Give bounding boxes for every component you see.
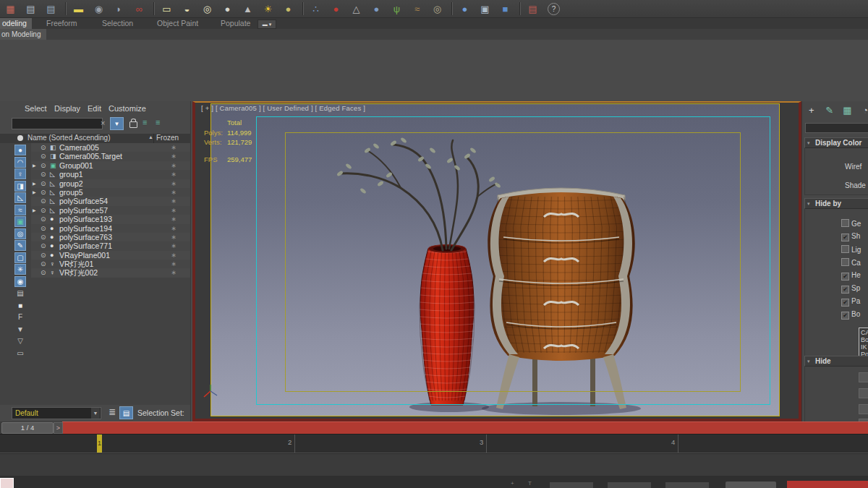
object-name[interactable]: VR灯光01 [59, 260, 93, 268]
named-selection-sets-icon[interactable]: ▤ [119, 406, 133, 419]
frozen-column-header[interactable]: Frozen [156, 134, 179, 142]
category-checkbox-ge[interactable]: Ge [841, 219, 861, 228]
frozen-toggle-icon[interactable]: ∗ [171, 224, 176, 233]
frozen-toggle-icon[interactable]: ∗ [171, 188, 176, 197]
helpers-filter-icon[interactable]: ◺ [14, 192, 26, 203]
trestle-icon[interactable]: △ [349, 1, 364, 17]
coordinate-field-z[interactable] [665, 482, 709, 488]
frozen-toggle-icon[interactable]: ∗ [171, 233, 176, 241]
red-pin-icon[interactable]: ● [328, 1, 344, 17]
list-item[interactable]: ⊙●VRayPlane001∗ [31, 251, 190, 260]
object-name[interactable]: Group001 [59, 161, 93, 170]
frozen-toggle-icon[interactable]: ∗ [171, 161, 176, 170]
menu-select[interactable]: Select [25, 104, 47, 113]
visibility-eye-icon[interactable]: ⊙ [41, 251, 46, 260]
geometry-filter-icon[interactable]: ● [14, 145, 26, 155]
shapes-filter-icon[interactable]: ◠ [14, 157, 26, 168]
object-name[interactable]: group5 [59, 188, 83, 197]
object-name[interactable]: polySurface54 [59, 197, 108, 205]
lights-filter-icon[interactable]: ♀ [14, 168, 26, 179]
motion-capture-camera-icon[interactable]: ◉ [91, 1, 106, 17]
checkbox-checked[interactable]: ✔ [841, 273, 849, 281]
visibility-eye-icon[interactable]: ⊙ [41, 260, 46, 268]
search-input[interactable] [12, 118, 103, 129]
maxscript-mini-listener[interactable] [0, 478, 14, 488]
next-frame-button[interactable]: > [54, 422, 63, 434]
visibility-eye-icon[interactable]: ⊙ [41, 179, 46, 188]
checkbox-unchecked[interactable] [841, 258, 849, 266]
list-view-filter-icon[interactable]: ▤ [14, 288, 26, 299]
expand-tree-icon[interactable]: ≡ [142, 118, 147, 127]
object-name[interactable]: polySurface194 [59, 224, 112, 233]
frozen-toggle-icon[interactable]: ∗ [171, 251, 176, 260]
coordinate-field-x[interactable] [550, 482, 593, 488]
checkbox-checked[interactable]: ✔ [841, 234, 849, 241]
selection-set-combo[interactable]: Default ▼ [12, 407, 101, 419]
cone-icon[interactable]: ▲ [240, 1, 255, 17]
menu-customize[interactable]: Customize [109, 104, 146, 113]
name-column-header[interactable]: Name (Sorted Ascending) [27, 134, 111, 142]
chevron-down-icon[interactable]: ▼ [91, 408, 100, 419]
shaded-sphere-icon[interactable]: ◗ [111, 1, 127, 17]
frozen-toggle-icon[interactable]: ∗ [171, 215, 176, 223]
list-item[interactable]: ⊙●polySurface194∗ [31, 224, 190, 233]
hide-button-sliver[interactable] [859, 388, 868, 398]
list-item[interactable]: ⊙◺polySurface54∗ [31, 197, 190, 205]
visibility-eye-icon[interactable]: ⊙ [41, 197, 46, 205]
hide-button-sliver[interactable] [859, 404, 868, 414]
list-item[interactable]: ⊙◺group1∗ [31, 170, 190, 179]
checkbox-checked[interactable]: ✔ [841, 299, 849, 307]
blank-swatch-filter-icon[interactable]: ■ [14, 300, 26, 311]
checkbox-unchecked[interactable] [841, 245, 849, 253]
listbox-item[interactable]: CAT [861, 329, 868, 336]
ribbon-tab-selection[interactable]: Selection [97, 18, 138, 29]
frozen-toggle-icon[interactable]: ∗ [171, 260, 176, 268]
object-name[interactable]: polySurface57 [59, 206, 108, 215]
visibility-eye-icon[interactable]: ⊙ [41, 206, 46, 215]
tab-hierarchy[interactable]: ▦ [841, 103, 854, 116]
rollout-hide-header[interactable]: Hide [804, 356, 868, 367]
grass-icon[interactable]: ψ [389, 1, 404, 17]
groups-filter-icon[interactable]: ▣ [14, 216, 26, 227]
visibility-eye-icon[interactable]: ⊙ [41, 161, 46, 170]
help-icon[interactable]: ? [548, 3, 560, 15]
visibility-eye-icon[interactable]: ⊙ [41, 268, 46, 277]
list-item[interactable]: ⊙●polySurface763∗ [31, 233, 190, 241]
containers-filter-icon[interactable]: ▢ [14, 252, 26, 263]
particle-array-icon[interactable]: ∴ [308, 1, 323, 17]
object-name[interactable]: group2 [59, 179, 83, 188]
ribbon-overflow-dropdown[interactable]: ▬ ▾ [258, 20, 276, 29]
list-item[interactable]: ▶⊙◺group5∗ [31, 188, 190, 197]
sun-light-icon[interactable]: ☀ [260, 1, 276, 17]
rock-icon[interactable]: ● [369, 1, 384, 17]
tab-modify[interactable]: ✎ [823, 103, 836, 116]
visibility-eye-icon[interactable]: ⊙ [41, 170, 46, 179]
visibility-eye-icon[interactable]: ⊙ [41, 152, 46, 160]
category-checkbox-sh[interactable]: ✔Sh [841, 232, 860, 241]
layer-explorer-icon[interactable]: ▤ [43, 1, 59, 17]
category-checkbox-lig[interactable]: Lig [841, 245, 861, 254]
blue-sphere-icon[interactable]: ● [457, 1, 472, 17]
category-checkbox-sp[interactable]: ✔Sp [841, 284, 860, 293]
frozen-toggle-icon[interactable]: ∗ [171, 206, 176, 215]
category-checkbox-ca[interactable]: Ca [841, 258, 861, 267]
time-slider-handle[interactable]: 1 / 4 [1, 422, 54, 434]
hidden-objects-filter-icon[interactable]: ◉ [14, 276, 26, 287]
listbox-item[interactable]: Bon [861, 336, 868, 343]
category-checkbox-pa[interactable]: ✔Pa [841, 297, 860, 306]
new-note-icon[interactable]: ▤ [525, 1, 540, 17]
frozen-toggle-icon[interactable]: ∗ [171, 197, 176, 205]
clear-search-icon[interactable]: × [101, 119, 105, 127]
object-name[interactable]: VR灯光002 [59, 268, 98, 277]
selection-sphere-icon[interactable]: ■ [498, 1, 513, 17]
listbox-item[interactable]: IK C [861, 343, 868, 351]
list-item[interactable]: ⊙◨Camera005.Target∗ [31, 152, 190, 160]
frozen-objects-filter-icon[interactable]: ✳ [14, 264, 26, 275]
sphere-icon[interactable]: ● [281, 1, 296, 17]
frozen-toggle-icon[interactable]: ∗ [171, 241, 176, 250]
autokey-button-sliver[interactable] [787, 481, 868, 488]
space-warps-filter-icon[interactable]: ≈ [14, 205, 26, 215]
ribbon-tab-object-paint[interactable]: Object Paint [152, 18, 203, 29]
object-name[interactable]: polySurface771 [59, 241, 112, 250]
rollout-hide-by-category-header[interactable]: Hide by Category [804, 198, 868, 209]
